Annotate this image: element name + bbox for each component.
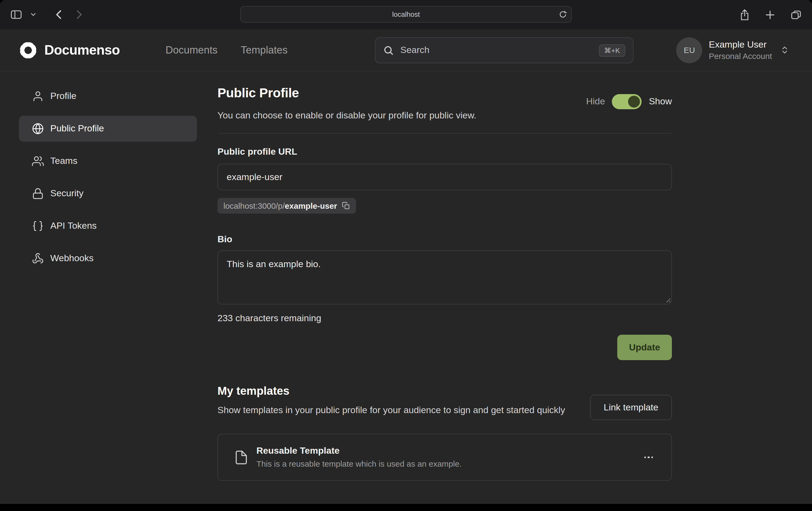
reload-icon <box>559 10 567 19</box>
sidebar-item-label: Profile <box>50 91 76 102</box>
template-description: This is a reusable template which is use… <box>256 458 462 469</box>
account-name: Example User <box>709 39 772 51</box>
toolbar-left-group <box>9 7 84 22</box>
browser-window: localhost <box>0 0 812 504</box>
my-templates-description: Show templates in your public profile fo… <box>218 403 585 417</box>
sidebar-item-teams[interactable]: Teams <box>19 148 197 174</box>
resize-handle-icon[interactable] <box>665 297 671 303</box>
profile-url-base: localhost:3000/p/ <box>224 201 285 210</box>
sidebar-item-label: Teams <box>50 156 77 167</box>
sidebar-toggle-icon <box>11 10 22 19</box>
globe-icon <box>32 123 44 134</box>
sidebar-item-public-profile[interactable]: Public Profile <box>19 116 197 142</box>
documenso-logo-icon <box>19 41 37 59</box>
more-options-button[interactable] <box>641 453 656 461</box>
avatar: EU <box>676 37 702 63</box>
profile-visibility-row: Hide Show <box>586 94 672 109</box>
copy-url-button[interactable] <box>342 202 350 210</box>
back-icon <box>56 10 62 20</box>
account-text: Example User Personal Account <box>709 39 772 61</box>
user-icon <box>32 90 44 102</box>
toolbar-right-group <box>738 0 803 29</box>
bio-textarea[interactable]: This is an example bio. <box>218 250 672 304</box>
sidebar-item-webhooks[interactable]: Webhooks <box>19 245 197 271</box>
nav-templates[interactable]: Templates <box>241 44 288 56</box>
template-name: Reusable Template <box>256 445 462 457</box>
public-profile-url-input[interactable] <box>218 164 672 190</box>
brand-name: Documenso <box>45 42 120 58</box>
browser-toolbar: localhost <box>0 0 812 29</box>
characters-remaining: 233 characters remaining <box>218 312 672 325</box>
profile-url-slug: example-user <box>285 201 337 210</box>
bio-field-wrap: This is an example bio. <box>218 250 672 304</box>
bio-label: Bio <box>218 233 672 246</box>
public-profile-url-label: Public profile URL <box>218 146 672 158</box>
search-icon <box>383 45 394 56</box>
forward-icon <box>76 10 82 20</box>
link-template-button[interactable]: Link template <box>590 395 672 420</box>
more-options-icon <box>644 456 646 458</box>
sidebar-item-label: Public Profile <box>50 123 104 134</box>
profile-visibility-toggle[interactable] <box>612 94 642 109</box>
sidebar-item-label: API Tokens <box>50 221 96 232</box>
toggle-show-label: Show <box>649 96 672 107</box>
account-subtitle: Personal Account <box>709 51 772 61</box>
new-tab-icon <box>765 10 775 19</box>
sidebar-item-api-tokens[interactable]: API Tokens <box>19 213 197 239</box>
lock-icon <box>32 188 44 200</box>
profile-url-text: localhost:3000/p/example-user <box>224 201 337 211</box>
sidebar-toggle-button[interactable] <box>9 8 24 21</box>
settings-sidebar: Profile Public Profile Teams Security <box>19 83 197 278</box>
address-text: localhost <box>392 10 420 19</box>
sidebar-menu-button[interactable] <box>29 11 38 19</box>
update-button[interactable]: Update <box>617 335 672 360</box>
sidebar-item-security[interactable]: Security <box>19 181 197 207</box>
file-icon <box>234 449 249 465</box>
forward-button[interactable] <box>74 7 84 22</box>
search-shortcut-badge: ⌘+K <box>599 44 626 57</box>
sidebar-item-label: Webhooks <box>50 253 94 264</box>
main-content: Public Profile You can choose to enable … <box>218 71 672 481</box>
webhook-icon <box>32 252 44 264</box>
page-subtitle: You can choose to enable or disable your… <box>218 109 672 122</box>
tab-overview-button[interactable] <box>789 8 803 21</box>
share-button[interactable] <box>738 7 751 23</box>
chevrons-up-down-icon <box>780 46 789 55</box>
toggle-knob <box>628 96 640 108</box>
tab-overview-icon <box>791 10 801 19</box>
documenso-logo[interactable]: Documenso <box>19 41 120 59</box>
users-icon <box>32 155 44 167</box>
reload-button[interactable] <box>559 10 567 19</box>
section-divider <box>218 133 672 133</box>
nav-documents[interactable]: Documents <box>166 44 218 56</box>
braces-icon <box>32 220 44 232</box>
sidebar-item-profile[interactable]: Profile <box>19 83 197 109</box>
toggle-hide-label: Hide <box>586 96 605 107</box>
account-menu[interactable]: EU Example User Personal Account <box>676 37 789 63</box>
copy-icon <box>342 202 350 210</box>
screen: localhost <box>0 0 812 511</box>
address-bar[interactable]: localhost <box>240 6 572 23</box>
sidebar-item-label: Security <box>50 188 84 199</box>
app-header: Documenso Documents Templates ⌘+K EU Exa… <box>0 29 812 71</box>
search-input[interactable] <box>400 45 592 56</box>
share-icon <box>740 9 749 20</box>
template-card: Reusable Template This is a reusable tem… <box>218 434 672 481</box>
chevron-down-icon <box>31 13 36 16</box>
new-tab-button[interactable] <box>763 8 777 21</box>
profile-url-preview: localhost:3000/p/example-user <box>218 198 356 214</box>
update-row: Update <box>218 335 672 360</box>
back-button[interactable] <box>54 7 64 22</box>
global-search[interactable]: ⌘+K <box>375 37 634 63</box>
template-info: Reusable Template This is a reusable tem… <box>256 445 462 469</box>
